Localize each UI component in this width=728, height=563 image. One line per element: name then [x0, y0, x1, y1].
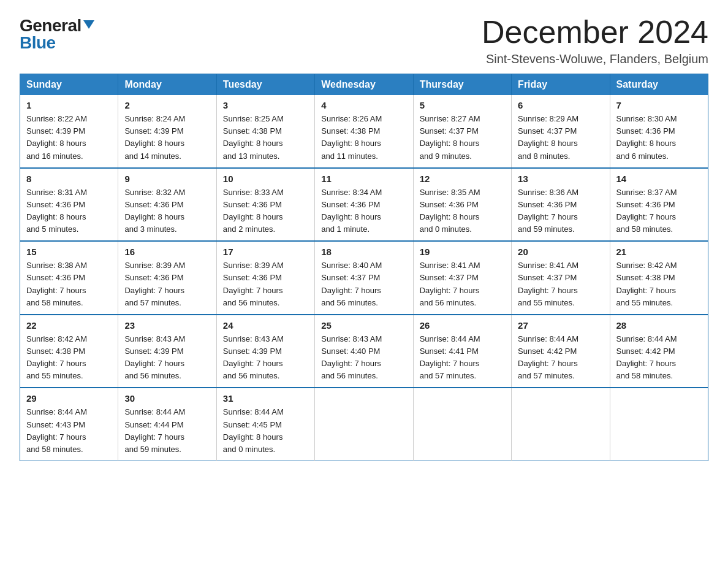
title-block: December 2024 Sint-Stevens-Woluwe, Fland…	[482, 15, 708, 66]
day-info: Sunrise: 8:32 AMSunset: 4:36 PMDaylight:…	[124, 186, 210, 236]
day-cell: 25Sunrise: 8:43 AMSunset: 4:40 PMDayligh…	[315, 315, 413, 388]
day-info: Sunrise: 8:44 AMSunset: 4:44 PMDaylight:…	[124, 406, 210, 456]
day-cell: 17Sunrise: 8:39 AMSunset: 4:36 PMDayligh…	[216, 241, 314, 315]
day-number: 12	[420, 174, 505, 184]
day-info: Sunrise: 8:41 AMSunset: 4:37 PMDaylight:…	[420, 259, 505, 309]
day-cell	[315, 388, 413, 461]
day-number: 2	[124, 100, 210, 110]
day-number: 22	[26, 320, 112, 331]
day-cell: 1Sunrise: 8:22 AMSunset: 4:39 PMDaylight…	[20, 95, 118, 168]
column-header-monday: Monday	[118, 74, 216, 96]
calendar-header-row: SundayMondayTuesdayWednesdayThursdayFrid…	[20, 74, 708, 96]
day-info: Sunrise: 8:39 AMSunset: 4:36 PMDaylight:…	[124, 259, 210, 309]
location-subtitle: Sint-Stevens-Woluwe, Flanders, Belgium	[482, 52, 708, 66]
day-number: 29	[26, 393, 112, 404]
day-number: 4	[321, 100, 406, 110]
column-header-saturday: Saturday	[610, 74, 708, 96]
day-number: 18	[321, 247, 406, 257]
day-cell: 21Sunrise: 8:42 AMSunset: 4:38 PMDayligh…	[610, 241, 708, 315]
day-number: 10	[223, 174, 308, 184]
day-info: Sunrise: 8:35 AMSunset: 4:36 PMDaylight:…	[420, 186, 505, 236]
day-info: Sunrise: 8:33 AMSunset: 4:36 PMDaylight:…	[223, 186, 308, 236]
logo: General Blue	[20, 17, 94, 52]
day-cell: 28Sunrise: 8:44 AMSunset: 4:42 PMDayligh…	[610, 315, 708, 388]
day-info: Sunrise: 8:43 AMSunset: 4:40 PMDaylight:…	[321, 333, 406, 383]
day-number: 23	[124, 320, 210, 331]
day-number: 28	[616, 320, 702, 331]
month-title: December 2024	[482, 15, 708, 50]
day-cell	[512, 388, 610, 461]
day-info: Sunrise: 8:37 AMSunset: 4:36 PMDaylight:…	[616, 186, 702, 236]
day-cell: 29Sunrise: 8:44 AMSunset: 4:43 PMDayligh…	[20, 388, 118, 461]
column-header-tuesday: Tuesday	[216, 74, 314, 96]
day-cell: 6Sunrise: 8:29 AMSunset: 4:37 PMDaylight…	[512, 95, 610, 168]
day-cell: 23Sunrise: 8:43 AMSunset: 4:39 PMDayligh…	[118, 315, 216, 388]
day-info: Sunrise: 8:42 AMSunset: 4:38 PMDaylight:…	[616, 259, 702, 309]
day-number: 1	[26, 100, 112, 110]
day-info: Sunrise: 8:44 AMSunset: 4:45 PMDaylight:…	[223, 406, 308, 456]
day-cell: 24Sunrise: 8:43 AMSunset: 4:39 PMDayligh…	[216, 315, 314, 388]
day-number: 30	[124, 393, 210, 404]
day-number: 3	[223, 100, 308, 110]
day-info: Sunrise: 8:34 AMSunset: 4:36 PMDaylight:…	[321, 186, 406, 236]
day-info: Sunrise: 8:44 AMSunset: 4:42 PMDaylight:…	[616, 333, 702, 383]
day-number: 21	[616, 247, 702, 257]
day-cell: 12Sunrise: 8:35 AMSunset: 4:36 PMDayligh…	[413, 168, 511, 242]
day-cell: 13Sunrise: 8:36 AMSunset: 4:36 PMDayligh…	[512, 168, 610, 242]
day-cell: 14Sunrise: 8:37 AMSunset: 4:36 PMDayligh…	[610, 168, 708, 242]
day-cell: 7Sunrise: 8:30 AMSunset: 4:36 PMDaylight…	[610, 95, 708, 168]
day-cell: 8Sunrise: 8:31 AMSunset: 4:36 PMDaylight…	[20, 168, 118, 242]
day-cell: 4Sunrise: 8:26 AMSunset: 4:38 PMDaylight…	[315, 95, 413, 168]
logo-triangle-icon	[83, 20, 94, 29]
day-cell: 31Sunrise: 8:44 AMSunset: 4:45 PMDayligh…	[216, 388, 314, 461]
day-number: 31	[223, 393, 308, 404]
day-number: 16	[124, 247, 210, 257]
day-info: Sunrise: 8:42 AMSunset: 4:38 PMDaylight:…	[26, 333, 112, 383]
day-number: 14	[616, 174, 702, 184]
day-info: Sunrise: 8:29 AMSunset: 4:37 PMDaylight:…	[518, 113, 603, 163]
day-number: 6	[518, 100, 603, 110]
day-cell: 22Sunrise: 8:42 AMSunset: 4:38 PMDayligh…	[20, 315, 118, 388]
column-header-thursday: Thursday	[413, 74, 511, 96]
day-info: Sunrise: 8:36 AMSunset: 4:36 PMDaylight:…	[518, 186, 603, 236]
day-info: Sunrise: 8:30 AMSunset: 4:36 PMDaylight:…	[616, 113, 702, 163]
day-number: 20	[518, 247, 603, 257]
day-info: Sunrise: 8:39 AMSunset: 4:36 PMDaylight:…	[223, 259, 308, 309]
day-cell: 10Sunrise: 8:33 AMSunset: 4:36 PMDayligh…	[216, 168, 314, 242]
day-info: Sunrise: 8:43 AMSunset: 4:39 PMDaylight:…	[223, 333, 308, 383]
week-row-2: 8Sunrise: 8:31 AMSunset: 4:36 PMDaylight…	[20, 168, 708, 242]
day-number: 5	[420, 100, 505, 110]
day-info: Sunrise: 8:38 AMSunset: 4:36 PMDaylight:…	[26, 259, 112, 309]
day-info: Sunrise: 8:24 AMSunset: 4:39 PMDaylight:…	[124, 113, 210, 163]
day-info: Sunrise: 8:22 AMSunset: 4:39 PMDaylight:…	[26, 113, 112, 163]
day-number: 8	[26, 174, 112, 184]
day-number: 9	[124, 174, 210, 184]
day-cell: 19Sunrise: 8:41 AMSunset: 4:37 PMDayligh…	[413, 241, 511, 315]
day-cell: 15Sunrise: 8:38 AMSunset: 4:36 PMDayligh…	[20, 241, 118, 315]
day-info: Sunrise: 8:27 AMSunset: 4:37 PMDaylight:…	[420, 113, 505, 163]
day-cell: 26Sunrise: 8:44 AMSunset: 4:41 PMDayligh…	[413, 315, 511, 388]
day-number: 13	[518, 174, 603, 184]
day-info: Sunrise: 8:44 AMSunset: 4:41 PMDaylight:…	[420, 333, 505, 383]
week-row-5: 29Sunrise: 8:44 AMSunset: 4:43 PMDayligh…	[20, 388, 708, 461]
day-number: 25	[321, 320, 406, 331]
day-number: 26	[420, 320, 505, 331]
day-cell: 9Sunrise: 8:32 AMSunset: 4:36 PMDaylight…	[118, 168, 216, 242]
day-cell: 20Sunrise: 8:41 AMSunset: 4:37 PMDayligh…	[512, 241, 610, 315]
day-info: Sunrise: 8:25 AMSunset: 4:38 PMDaylight:…	[223, 113, 308, 163]
day-number: 19	[420, 247, 505, 257]
day-cell	[413, 388, 511, 461]
day-info: Sunrise: 8:44 AMSunset: 4:42 PMDaylight:…	[518, 333, 603, 383]
day-number: 24	[223, 320, 308, 331]
day-number: 27	[518, 320, 603, 331]
day-cell: 16Sunrise: 8:39 AMSunset: 4:36 PMDayligh…	[118, 241, 216, 315]
day-cell: 11Sunrise: 8:34 AMSunset: 4:36 PMDayligh…	[315, 168, 413, 242]
day-info: Sunrise: 8:31 AMSunset: 4:36 PMDaylight:…	[26, 186, 112, 236]
day-cell: 18Sunrise: 8:40 AMSunset: 4:37 PMDayligh…	[315, 241, 413, 315]
column-header-friday: Friday	[512, 74, 610, 96]
day-number: 11	[321, 174, 406, 184]
day-cell: 27Sunrise: 8:44 AMSunset: 4:42 PMDayligh…	[512, 315, 610, 388]
day-info: Sunrise: 8:41 AMSunset: 4:37 PMDaylight:…	[518, 259, 603, 309]
day-info: Sunrise: 8:26 AMSunset: 4:38 PMDaylight:…	[321, 113, 406, 163]
week-row-4: 22Sunrise: 8:42 AMSunset: 4:38 PMDayligh…	[20, 315, 708, 388]
